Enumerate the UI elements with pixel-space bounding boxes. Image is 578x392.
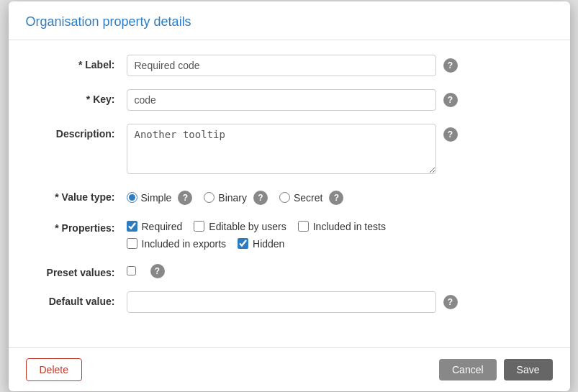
checkbox-hidden[interactable]	[238, 238, 248, 249]
description-row: Description: Another tooltip ?	[26, 124, 553, 174]
checkbox-required[interactable]	[127, 221, 137, 232]
checkbox-preset-values[interactable]	[127, 266, 136, 275]
checkbox-included-tests-label: Included in tests	[313, 221, 386, 232]
properties-wrap: Required Editable by users Included in t…	[127, 218, 553, 250]
save-button[interactable]: Save	[504, 359, 553, 380]
footer-btn-group: Cancel Save	[439, 359, 553, 380]
radio-simple[interactable]	[127, 192, 137, 203]
value-type-row: * Value type: Simple ? Binary ?	[26, 187, 553, 205]
key-field-label: * Key:	[26, 89, 127, 105]
label-row: * Label: ?	[26, 55, 553, 76]
properties-checkbox-group: Required Editable by users Included in t…	[127, 218, 386, 250]
label-field-wrap: ?	[127, 55, 553, 76]
preset-values-row: Preset values: ?	[26, 263, 553, 278]
properties-row-2: Included in exports Hidden	[127, 238, 386, 250]
modal-container: Organisation property details * Label: ?…	[9, 1, 570, 391]
default-value-wrap: ?	[127, 291, 553, 313]
checkbox-hidden-label: Hidden	[253, 238, 284, 250]
default-value-row: Default value: ?	[26, 291, 553, 313]
description-field-label: Description:	[26, 124, 127, 140]
delete-button[interactable]: Delete	[26, 358, 82, 381]
properties-label: * Properties:	[26, 218, 127, 234]
checkbox-item-included-tests: Included in tests	[298, 221, 386, 232]
key-input[interactable]	[127, 89, 436, 111]
label-help-icon[interactable]: ?	[443, 58, 458, 73]
radio-secret-label: Secret	[294, 192, 322, 204]
radio-item-binary: Binary ?	[204, 191, 268, 205]
secret-help-icon[interactable]: ?	[329, 191, 343, 205]
checkbox-required-label: Required	[142, 221, 183, 232]
properties-row-1: Required Editable by users Included in t…	[127, 221, 386, 232]
key-field-wrap: ?	[127, 89, 553, 111]
radio-secret[interactable]	[279, 192, 290, 203]
label-field-label: * Label:	[26, 55, 127, 70]
label-input[interactable]	[127, 55, 436, 76]
checkbox-item-required: Required	[127, 221, 183, 232]
value-type-label: * Value type:	[26, 187, 127, 203]
binary-help-icon[interactable]: ?	[253, 191, 268, 205]
description-field-wrap: Another tooltip ?	[127, 124, 553, 174]
checkbox-included-exports[interactable]	[127, 238, 137, 249]
key-help-icon[interactable]: ?	[443, 93, 458, 107]
radio-simple-label: Simple	[141, 192, 172, 204]
checkbox-editable-label: Editable by users	[209, 221, 286, 232]
modal-footer: Delete Cancel Save	[9, 347, 570, 391]
checkbox-item-included-exports: Included in exports	[127, 238, 227, 250]
checkbox-item-hidden: Hidden	[238, 238, 284, 250]
modal-title: Organisation property details	[26, 14, 553, 29]
checkbox-item-editable: Editable by users	[194, 221, 286, 232]
default-value-help-icon[interactable]: ?	[443, 295, 458, 309]
description-help-icon[interactable]: ?	[443, 127, 458, 142]
preset-row: ?	[127, 263, 165, 278]
cancel-button[interactable]: Cancel	[439, 359, 497, 380]
preset-values-help-icon[interactable]: ?	[150, 264, 165, 278]
radio-binary-label: Binary	[218, 192, 247, 204]
simple-help-icon[interactable]: ?	[178, 191, 192, 205]
preset-values-label: Preset values:	[26, 263, 127, 278]
modal-body: * Label: ? * Key: ? Description: Another…	[9, 40, 570, 340]
checkbox-included-tests[interactable]	[298, 221, 309, 232]
modal-header: Organisation property details	[9, 1, 570, 40]
default-value-label: Default value:	[26, 291, 127, 307]
description-input[interactable]: Another tooltip	[127, 124, 436, 174]
value-type-wrap: Simple ? Binary ? Secret ?	[127, 187, 553, 205]
key-row: * Key: ?	[26, 89, 553, 111]
checkbox-editable[interactable]	[194, 221, 204, 232]
properties-row: * Properties: Required Editable by users	[26, 218, 553, 250]
radio-item-secret: Secret ?	[279, 191, 343, 205]
value-type-radio-group: Simple ? Binary ? Secret ?	[127, 187, 344, 205]
radio-item-simple: Simple ?	[127, 191, 193, 205]
checkbox-included-exports-label: Included in exports	[142, 238, 227, 250]
default-value-input[interactable]	[127, 291, 436, 313]
radio-binary[interactable]	[204, 192, 215, 203]
preset-values-wrap: ?	[127, 263, 553, 278]
